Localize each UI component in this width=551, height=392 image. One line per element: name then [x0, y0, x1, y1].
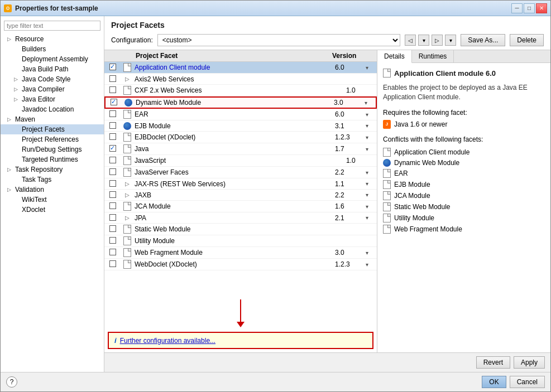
facet-check-14[interactable] [104, 225, 121, 233]
delete-button[interactable]: Delete [510, 34, 544, 46]
facet-row-app-client[interactable]: Application Client module 6.0 ▾ [104, 62, 377, 74]
sidebar-item-xdoclet[interactable]: XDoclet [1, 205, 104, 215]
sidebar-item-task-tags[interactable]: Task Tags [1, 175, 104, 185]
minimize-button[interactable]: ─ [511, 3, 523, 13]
revert-button[interactable]: Revert [476, 356, 510, 369]
facet-name-3: Dynamic Web Module [135, 99, 334, 107]
conflict-label-5: Static Web Module [394, 203, 451, 211]
expand-arrow-icon: ▷ [7, 167, 13, 172]
sidebar-item-resource[interactable]: ▷ Resource [1, 34, 104, 44]
sidebar-item-task-repository[interactable]: ▷ Task Repository [1, 164, 104, 175]
facet-row-utility[interactable]: Utility Module [104, 235, 377, 247]
facet-check-1[interactable] [104, 75, 121, 83]
sidebar-item-java-code-style[interactable]: ▷ Java Code Style [1, 74, 104, 84]
version-dropdown-12[interactable]: ▾ [366, 204, 377, 210]
facet-row-dynamic-web[interactable]: Dynamic Web Module 3.0 ▾ [104, 96, 377, 109]
sidebar-item-java-compiler[interactable]: ▷ Java Compiler [1, 84, 104, 94]
sidebar-item-javadoc-location[interactable]: Javadoc Location [1, 104, 104, 114]
facet-check-15[interactable] [104, 237, 121, 245]
facet-row-web-fragment[interactable]: Web Fragment Module 3.0 ▾ [104, 247, 377, 259]
facet-row-jca[interactable]: JCA Module 1.6 ▾ [104, 201, 377, 212]
facet-row-jpa[interactable]: ▷ JPA 2.1 ▾ [104, 212, 377, 224]
facet-check-12[interactable] [104, 202, 121, 210]
version-dropdown-9[interactable]: ▾ [366, 170, 377, 176]
facet-check-16[interactable] [104, 249, 121, 257]
facet-check-9[interactable] [104, 168, 121, 176]
version-dropdown-17[interactable]: ▾ [366, 262, 377, 268]
facet-row-axis2[interactable]: ▷ Axis2 Web Services [104, 74, 377, 85]
facet-row-jaxrs[interactable]: ▷ JAX-RS (REST Web Services) 1.1 ▾ [104, 178, 377, 190]
version-dropdown-10[interactable]: ▾ [366, 181, 377, 187]
apply-button[interactable]: Apply [514, 356, 545, 369]
version-dropdown-16[interactable]: ▾ [366, 250, 377, 256]
facet-check-8[interactable] [104, 157, 121, 164]
facet-check-11[interactable] [104, 191, 121, 199]
version-dropdown-6[interactable]: ▾ [366, 134, 377, 141]
save-as-button[interactable]: Save As... [461, 34, 505, 46]
facet-check-0[interactable] [104, 64, 121, 71]
facet-row-jaxb[interactable]: ▷ JAXB 2.2 ▾ [104, 190, 377, 201]
facet-version-13: 2.1 [335, 214, 366, 222]
version-dropdown-3[interactable]: ▾ [365, 100, 376, 106]
facet-row-jsf[interactable]: JavaServer Faces 2.2 ▾ [104, 167, 377, 178]
filter-input[interactable] [4, 21, 100, 31]
facet-version-8: 1.0 [346, 157, 377, 164]
facet-row-ejb[interactable]: EJB Module 3.1 ▾ [104, 120, 377, 132]
sidebar-item-targeted-runtimes[interactable]: Targeted Runtimes [1, 154, 104, 164]
footer-buttons: OK Cancel [482, 376, 545, 388]
facet-row-static-web[interactable]: Static Web Module [104, 224, 377, 235]
conflict-doc-icon-4 [383, 191, 391, 200]
sidebar-item-builders[interactable]: Builders [1, 44, 104, 54]
arrow-icon-13: ▷ [121, 215, 133, 221]
further-config-link[interactable]: Further configuration available... [120, 337, 215, 345]
sidebar-item-java-editor[interactable]: ▷ Java Editor [1, 94, 104, 104]
sidebar-item-wikitext[interactable]: WikiText [1, 195, 104, 205]
facet-check-13[interactable] [104, 214, 121, 222]
facet-check-4[interactable] [104, 110, 121, 118]
nav-menu-button[interactable]: ▾ [445, 35, 456, 46]
nav-dropdown-button[interactable]: ▾ [418, 35, 429, 46]
version-dropdown-13[interactable]: ▾ [366, 215, 377, 221]
facet-check-5[interactable] [104, 122, 121, 130]
expand-arrow-icon: ▷ [14, 76, 20, 82]
facet-row-ear[interactable]: EAR 6.0 ▾ [104, 109, 377, 120]
sidebar-item-run-debug[interactable]: Run/Debug Settings [1, 144, 104, 154]
sidebar-item-maven[interactable]: ▷ Maven [1, 114, 104, 124]
nav-forward-button[interactable]: ▷ [432, 35, 443, 46]
cancel-button[interactable]: Cancel [510, 376, 545, 388]
version-dropdown-7[interactable]: ▾ [366, 146, 377, 152]
version-dropdown-11[interactable]: ▾ [366, 192, 377, 198]
sidebar-item-deployment-assembly[interactable]: Deployment Assembly [1, 54, 104, 64]
facet-check-6[interactable] [104, 133, 121, 141]
facet-check-10[interactable] [104, 180, 121, 188]
help-button[interactable]: ? [6, 376, 17, 388]
facet-check-3[interactable] [106, 99, 122, 107]
facet-row-javascript[interactable]: JavaScript 1.0 [104, 155, 377, 167]
version-dropdown-5[interactable]: ▾ [366, 123, 377, 129]
sidebar-item-project-references[interactable]: Project References [1, 134, 104, 144]
sidebar-item-validation[interactable]: ▷ Validation [1, 185, 104, 195]
tab-runtimes[interactable]: Runtimes [412, 50, 454, 62]
facet-check-7[interactable] [104, 145, 121, 153]
maximize-button[interactable]: □ [524, 3, 535, 13]
facet-row-webdoclet[interactable]: WebDoclet (XDoclet) 1.2.3 ▾ [104, 259, 377, 270]
sidebar-item-project-facets[interactable]: Project Facets [1, 124, 104, 134]
facet-row-cxf[interactable]: CXF 2.x Web Services 1.0 [104, 85, 377, 96]
ok-button[interactable]: OK [482, 376, 506, 388]
version-dropdown-4[interactable]: ▾ [366, 112, 377, 118]
facet-check-2[interactable] [104, 86, 121, 94]
facet-check-17[interactable] [104, 260, 121, 268]
conflict-label-4: JCA Module [394, 192, 430, 200]
version-dropdown-0[interactable]: ▾ [366, 65, 377, 71]
nav-back-button[interactable]: ◁ [405, 35, 416, 46]
sidebar-item-label: Project References [22, 135, 79, 143]
config-select[interactable]: <custom> [157, 34, 401, 46]
sidebar-item-java-build-path[interactable]: Java Build Path [1, 64, 104, 74]
details-content: Application Client module 6.0 Enables th… [377, 63, 550, 352]
facet-row-java[interactable]: Java 1.7 ▾ [104, 143, 377, 155]
close-button[interactable]: ✕ [536, 3, 547, 13]
tab-details[interactable]: Details [377, 50, 412, 63]
conflict-item-7: Web Fragment Module [383, 224, 545, 235]
facet-row-ejbdoclet[interactable]: EJBDoclet (XDoclet) 1.2.3 ▾ [104, 132, 377, 143]
sidebar-item-label: Task Tags [22, 176, 51, 183]
